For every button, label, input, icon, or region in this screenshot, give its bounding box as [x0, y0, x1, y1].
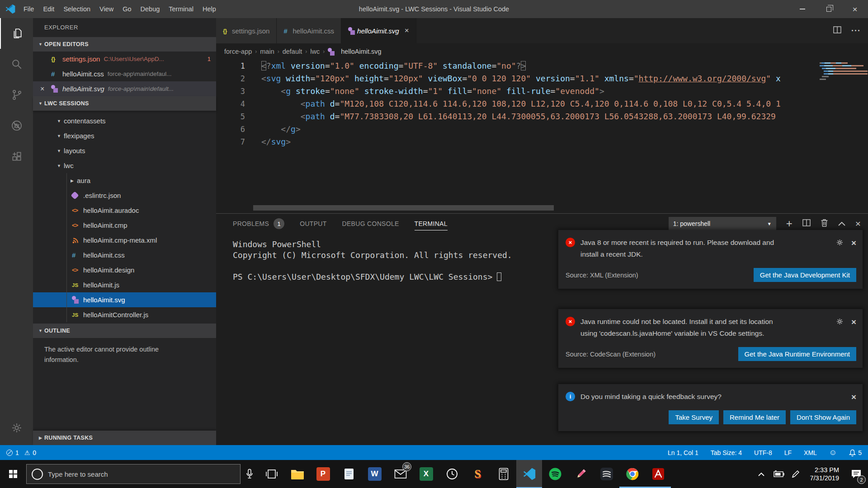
tree-item-layouts[interactable]: ▼layouts — [33, 143, 216, 158]
notepad-icon[interactable] — [336, 460, 362, 488]
powerpoint-icon[interactable]: P — [310, 460, 336, 488]
acrobat-icon[interactable] — [645, 460, 671, 488]
extensions-icon[interactable] — [0, 141, 33, 172]
panel-tab-problems[interactable]: PROBLEMS1 — [233, 214, 284, 234]
taskbar-clock[interactable]: 2:33 PM 7/31/2019 — [804, 466, 844, 482]
notification-button-take-survey[interactable]: Take Survey — [669, 410, 719, 424]
restore-button[interactable] — [816, 0, 842, 18]
panel-tab-output[interactable]: OUTPUT — [300, 214, 326, 234]
tab-helloaimit-css[interactable]: #helloAimit.css — [277, 18, 341, 43]
start-button[interactable] — [0, 460, 26, 488]
split-terminal-icon[interactable] — [802, 219, 811, 229]
more-actions-icon[interactable]: ··· — [851, 26, 861, 36]
source-control-icon[interactable] — [0, 80, 33, 110]
menu-go[interactable]: Go — [118, 0, 136, 18]
breadcrumb-item[interactable]: default — [283, 48, 302, 55]
notification-button-remind-me-later[interactable]: Remind Me later — [723, 410, 786, 424]
breadcrumb-item[interactable]: lwc — [310, 48, 320, 55]
notification-button-don-t-show-again[interactable]: Don't Show Again — [790, 410, 856, 424]
tree-item-flexipages[interactable]: ▼flexipages — [33, 128, 216, 143]
status-item-utf-8[interactable]: UTF-8 — [754, 449, 772, 456]
maximize-panel-icon[interactable] — [838, 220, 845, 228]
microphone-icon[interactable] — [241, 460, 259, 488]
notification-button-get-the-java-runtime-environment[interactable]: Get the Java Runtime Environment — [738, 347, 856, 361]
pen-icon[interactable] — [787, 460, 804, 488]
task-view-button[interactable] — [259, 460, 284, 488]
horizontal-scrollbar[interactable] — [253, 205, 554, 211]
file-explorer-icon[interactable] — [284, 460, 310, 488]
close-editor-icon[interactable]: × — [40, 85, 51, 93]
close-tab-icon[interactable]: × — [405, 26, 409, 35]
breadcrumb-item[interactable]: force-app — [224, 48, 252, 55]
breadcrumb-file[interactable]: helloAimit.svg — [328, 48, 381, 56]
feedback-smiley-icon[interactable]: ☺ — [829, 448, 837, 457]
panel-tab-terminal[interactable]: TERMINAL — [415, 214, 448, 234]
minimize-button[interactable] — [789, 0, 816, 18]
menu-help[interactable]: Help — [198, 0, 221, 18]
tab-helloaimit-svg[interactable]: helloAimit.svg× — [341, 18, 416, 43]
tree-item-helloaimit-cmp-meta-xml[interactable]: helloAimit.cmp-meta.xml — [33, 233, 216, 248]
tree-item-helloaimit-js[interactable]: JShelloAimit.js — [33, 277, 216, 292]
tree-item-helloaimit-cmp[interactable]: <>helloAimit.cmp — [33, 218, 216, 233]
notifications-bell[interactable]: 5 — [849, 449, 862, 456]
tree-item-helloaimit-design[interactable]: <>helloAimit.design — [33, 263, 216, 277]
menu-view[interactable]: View — [95, 0, 118, 18]
minimap[interactable] — [816, 60, 868, 213]
tab-settings-json[interactable]: {}settings.json — [216, 18, 277, 43]
mail-icon[interactable]: 36 — [387, 460, 413, 488]
split-editor-icon[interactable] — [833, 26, 841, 36]
close-notification-icon[interactable]: × — [851, 392, 856, 402]
panel-tab-debug-console[interactable]: DEBUG CONSOLE — [342, 214, 399, 234]
terminal-select[interactable]: 1: powershell ▼ — [669, 217, 776, 230]
spotify-icon[interactable] — [542, 460, 568, 488]
tree-item--eslintrc-json[interactable]: .eslintrc.json — [33, 188, 216, 203]
vscode-taskbar-icon[interactable] — [516, 460, 542, 488]
tree-item-contentassets[interactable]: ▼contentassets — [33, 113, 216, 128]
tree-item-aura[interactable]: ▶aura — [33, 173, 216, 188]
menu-selection[interactable]: Selection — [59, 0, 95, 18]
tree-item-helloaimitcontroller-js[interactable]: JShelloAimitController.js — [33, 307, 216, 322]
notification-button-get-the-java-development-kit[interactable]: Get the Java Development Kit — [754, 268, 856, 282]
battery-icon[interactable] — [770, 460, 787, 488]
close-window-button[interactable]: × — [842, 0, 868, 18]
music-app-icon[interactable] — [594, 460, 619, 488]
outline-header[interactable]: ▼ OUTLINE — [33, 324, 216, 338]
menu-terminal[interactable]: Terminal — [164, 0, 198, 18]
breadcrumb-item[interactable]: main — [260, 48, 274, 55]
manage-gear-icon[interactable] — [0, 411, 33, 445]
debug-icon[interactable] — [0, 110, 33, 141]
problems-status[interactable]: 1 ⚠ 0 — [6, 449, 36, 456]
pencil-app-icon[interactable] — [568, 460, 594, 488]
search-icon[interactable] — [0, 49, 33, 80]
taskbar-search-input[interactable]: Type here to search — [48, 470, 240, 478]
open-editors-header[interactable]: ▼ OPEN EDITORS — [33, 37, 216, 52]
close-notification-icon[interactable]: × — [851, 317, 856, 327]
tree-item-lwc[interactable]: ▼lwc — [33, 158, 216, 173]
action-center-button[interactable]: 2 — [844, 460, 868, 488]
status-item-lf[interactable]: LF — [784, 449, 792, 456]
chrome-icon[interactable] — [619, 460, 645, 488]
menu-edit[interactable]: Edit — [38, 0, 59, 18]
kill-terminal-trash-icon[interactable] — [821, 219, 828, 229]
close-notification-icon[interactable]: × — [851, 238, 856, 248]
tree-item-helloaimit-svg[interactable]: helloAimit.svg — [33, 292, 216, 307]
code-editor[interactable]: 1<?xml version="1.0" encoding="UTF-8" st… — [216, 60, 868, 213]
project-section-header[interactable]: ▼ LWC SESSIONS — [33, 96, 216, 111]
excel-icon[interactable]: X — [413, 460, 439, 488]
word-icon[interactable]: W — [362, 460, 387, 488]
gear-icon[interactable] — [836, 318, 844, 327]
new-terminal-icon[interactable]: + — [786, 219, 793, 228]
tray-chevron-up-icon[interactable] — [753, 460, 770, 488]
status-item-ln-1-col-1[interactable]: Ln 1, Col 1 — [668, 449, 698, 456]
close-panel-icon[interactable]: × — [855, 218, 861, 229]
explorer-icon[interactable] — [0, 18, 33, 49]
s-app-icon[interactable]: S — [465, 460, 491, 488]
status-item-xml[interactable]: XML — [804, 449, 817, 456]
status-item-tab-size-4[interactable]: Tab Size: 4 — [711, 449, 742, 456]
menu-file[interactable]: File — [19, 0, 38, 18]
gear-icon[interactable] — [836, 239, 844, 248]
tree-item-helloaimit-auradoc[interactable]: <>helloAimit.auradoc — [33, 203, 216, 218]
tree-item-helloaimit-css[interactable]: #helloAimit.css — [33, 248, 216, 263]
calculator-icon[interactable] — [491, 460, 516, 488]
running-tasks-header[interactable]: ▶ RUNNING TASKS — [33, 431, 216, 445]
